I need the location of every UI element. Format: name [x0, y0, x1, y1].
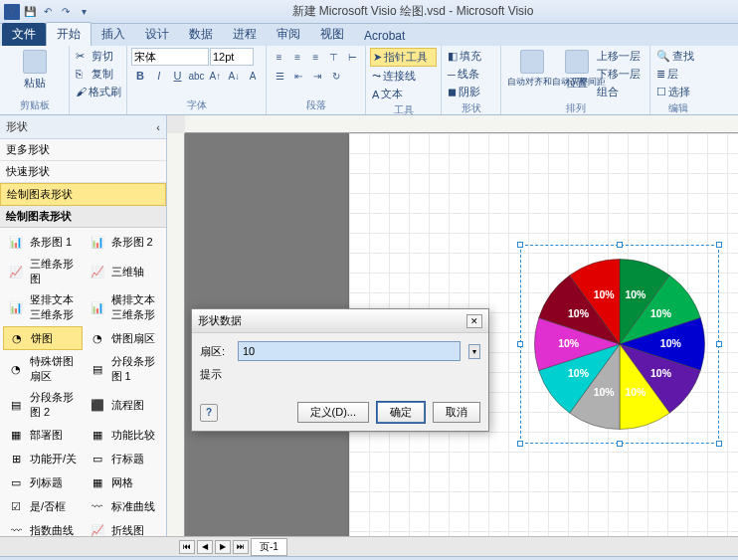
font-size-select[interactable]	[210, 48, 254, 66]
tab-file[interactable]: 文件	[2, 23, 46, 46]
shape-item[interactable]: ☑是/否框	[3, 495, 83, 517]
shape-item[interactable]: ◔饼图	[3, 326, 83, 350]
ok-button[interactable]: 确定	[377, 402, 425, 423]
sel-handle-n[interactable]	[617, 242, 623, 248]
stencil-selected-item[interactable]: 绘制图表形状	[0, 183, 166, 206]
sector-input[interactable]	[238, 341, 461, 361]
cut-button[interactable]: ✂剪切	[74, 48, 122, 65]
cancel-button[interactable]: 取消	[433, 402, 480, 423]
select-button[interactable]: ☐选择	[654, 84, 702, 100]
paste-button[interactable]: 粘贴	[4, 48, 65, 93]
tab-acrobat[interactable]: Acrobat	[354, 26, 415, 46]
shape-item[interactable]: 📊条形图 1	[3, 231, 83, 253]
tab-home[interactable]: 开始	[46, 22, 92, 46]
bring-forward-button[interactable]: 上移一层	[595, 48, 643, 65]
shape-item[interactable]: ▤分段条形图 1	[85, 352, 164, 386]
group-button[interactable]: 组合	[595, 84, 643, 100]
sel-handle-ne[interactable]	[716, 242, 722, 248]
format-painter-button[interactable]: 🖌格式刷	[74, 84, 122, 100]
panel-collapse-icon[interactable]: ‹	[156, 121, 160, 133]
ruler-horizontal	[185, 115, 738, 133]
connector-tool-button[interactable]: ⤳连接线	[370, 68, 437, 85]
sel-handle-sw[interactable]	[517, 441, 523, 447]
line-button[interactable]: ─线条	[446, 66, 496, 83]
shape-item-label: 行标题	[111, 452, 144, 467]
shape-item[interactable]: ◔特殊饼图扇区	[3, 352, 83, 386]
align-top-button[interactable]: ⊤	[325, 48, 342, 66]
bullets-button[interactable]: ☰	[271, 67, 288, 85]
sel-handle-s[interactable]	[617, 441, 623, 447]
shape-item[interactable]: ▤分段条形图 2	[3, 388, 83, 422]
page-tab-1[interactable]: 页-1	[251, 538, 287, 556]
sel-handle-nw[interactable]	[517, 242, 523, 248]
sel-handle-e[interactable]	[716, 341, 722, 347]
shape-item[interactable]: ◔饼图扇区	[85, 326, 164, 350]
redo-icon[interactable]: ↷	[58, 4, 74, 20]
quick-shapes-item[interactable]: 快速形状	[0, 161, 166, 183]
font-shrink-button[interactable]: A↓	[225, 67, 243, 85]
tab-review[interactable]: 审阅	[267, 23, 310, 46]
shape-item[interactable]: 📊条形图 2	[85, 231, 164, 253]
shape-item[interactable]: 📈三维轴	[85, 255, 164, 288]
indent-inc-button[interactable]: ⇥	[308, 67, 326, 85]
underline-button[interactable]: U	[169, 67, 187, 85]
page-first-button[interactable]: ⏮	[179, 540, 195, 554]
shape-item[interactable]: ⬛流程图	[85, 388, 164, 422]
layer-button[interactable]: ≣层	[654, 66, 702, 83]
close-icon[interactable]: ✕	[466, 314, 482, 328]
fill-button[interactable]: ◧填充	[446, 48, 496, 65]
shape-item[interactable]: 📊横排文本三维条形	[85, 290, 164, 324]
undo-icon[interactable]: ↶	[40, 4, 56, 20]
shadow-button[interactable]: ◼阴影	[446, 84, 496, 100]
sel-handle-w[interactable]	[517, 341, 523, 347]
shape-item[interactable]: 📈三维条形图	[3, 255, 83, 288]
indent-dec-button[interactable]: ⇤	[289, 67, 307, 85]
shape-item[interactable]: 〰指数曲线	[3, 519, 83, 536]
tab-process[interactable]: 进程	[223, 23, 267, 46]
copy-button[interactable]: ⎘复制	[74, 66, 122, 83]
help-icon[interactable]: ?	[200, 404, 218, 422]
page-prev-button[interactable]: ◀	[197, 540, 213, 554]
shape-item[interactable]: ▭行标题	[85, 448, 164, 469]
auto-align-button[interactable]: 自动对齐和自动调整间距	[505, 48, 559, 100]
font-color-button[interactable]: A	[244, 67, 262, 85]
align-middle-button[interactable]: ⊢	[344, 48, 361, 66]
page-last-button[interactable]: ⏭	[233, 540, 249, 554]
shape-item[interactable]: ▦网格	[85, 471, 164, 493]
qat-dropdown-icon[interactable]: ▾	[76, 4, 92, 20]
shape-item[interactable]: 〰标准曲线	[85, 495, 164, 517]
save-icon[interactable]: 💾	[22, 4, 38, 20]
shape-item[interactable]: ▭列标题	[3, 471, 83, 493]
shape-item[interactable]: ▦部署图	[3, 424, 83, 446]
align-left-button[interactable]: ≡	[271, 48, 287, 66]
page-next-button[interactable]: ▶	[215, 540, 231, 554]
align-center-button[interactable]: ≡	[288, 48, 305, 66]
define-button[interactable]: 定义(D)...	[297, 402, 369, 423]
rotate-text-button[interactable]: ↻	[327, 67, 345, 85]
shape-item[interactable]: ▦功能比较	[85, 424, 164, 446]
align-right-button[interactable]: ≡	[307, 48, 324, 66]
tab-view[interactable]: 视图	[310, 23, 354, 46]
bold-button[interactable]: B	[131, 67, 149, 85]
position-button[interactable]: 位置	[563, 48, 591, 100]
sel-handle-se[interactable]	[716, 441, 722, 447]
dialog-titlebar[interactable]: 形状数据 ✕	[192, 309, 488, 333]
shape-thumb-icon: ▤	[87, 360, 108, 378]
font-grow-button[interactable]: A↑	[206, 67, 224, 85]
tab-design[interactable]: 设计	[135, 23, 179, 46]
shape-item[interactable]: ⊞功能开/关	[3, 448, 83, 469]
strike-button[interactable]: abc	[187, 67, 205, 85]
shape-item[interactable]: 📊竖排文本三维条形	[3, 290, 83, 324]
find-button[interactable]: 🔍查找	[654, 48, 702, 65]
tab-data[interactable]: 数据	[179, 23, 223, 46]
pointer-tool-button[interactable]: ➤指针工具	[370, 48, 437, 67]
send-backward-button[interactable]: 下移一层	[595, 66, 643, 83]
pie-chart[interactable]: 10%10%10%10%10%10%10%10%10%10%	[525, 250, 714, 439]
italic-button[interactable]: I	[150, 67, 168, 85]
more-shapes-item[interactable]: 更多形状	[0, 139, 166, 161]
dropdown-icon[interactable]: ▾	[468, 344, 480, 359]
tab-insert[interactable]: 插入	[92, 23, 135, 46]
text-tool-button[interactable]: A文本	[370, 86, 437, 102]
shape-item[interactable]: 📈折线图	[85, 519, 164, 536]
font-name-select[interactable]	[131, 48, 209, 66]
